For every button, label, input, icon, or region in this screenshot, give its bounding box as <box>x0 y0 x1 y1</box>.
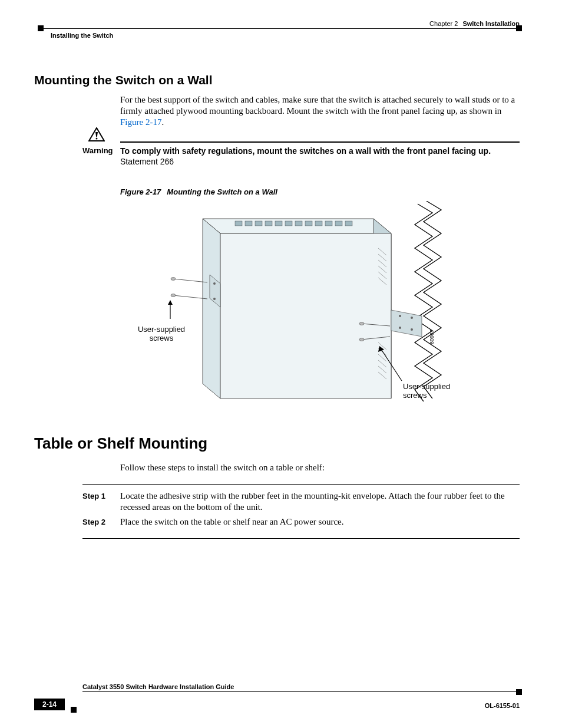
svg-rect-18 <box>345 221 352 226</box>
table-shelf-intro: Follow these steps to install the switch… <box>120 462 520 473</box>
svg-rect-10 <box>265 221 272 226</box>
corner-marker-icon <box>71 707 77 713</box>
svg-rect-8 <box>245 221 252 226</box>
warning-rule <box>120 141 520 143</box>
svg-point-31 <box>399 327 401 329</box>
figure-id: 60967 <box>429 330 435 344</box>
svg-rect-9 <box>255 221 262 226</box>
svg-point-20 <box>213 282 216 285</box>
corner-marker-icon <box>38 25 44 31</box>
svg-point-25 <box>171 294 176 297</box>
chapter-title: Switch Installation <box>462 20 520 27</box>
document-id: OL-6155-01 <box>485 702 520 709</box>
warning-block: Warning To comply with safety regulation… <box>82 141 520 166</box>
body-part2: . <box>161 117 164 127</box>
warning-text: To comply with safety regulations, mount… <box>120 146 491 156</box>
svg-point-30 <box>411 317 413 319</box>
step-text: Place the switch on the table or shelf n… <box>120 516 343 528</box>
figure-title: Mounting the Switch on a Wall <box>167 187 277 196</box>
svg-rect-7 <box>235 221 242 226</box>
svg-rect-17 <box>335 221 342 226</box>
figure-label-left: User-supplied screws <box>132 325 191 342</box>
svg-point-32 <box>411 328 413 331</box>
svg-point-29 <box>399 315 401 317</box>
svg-rect-12 <box>285 221 292 226</box>
svg-marker-28 <box>391 310 422 337</box>
corner-marker-icon <box>516 689 522 695</box>
step-label: Step 1 <box>82 490 120 513</box>
warning-label: Warning <box>82 146 120 155</box>
figure-reference-link[interactable]: Figure 2-17 <box>120 117 161 127</box>
chapter-prefix: Chapter 2 <box>429 20 458 27</box>
svg-marker-6 <box>220 233 391 398</box>
svg-point-36 <box>359 338 364 341</box>
page-header: Chapter 2Switch Installation Installing … <box>34 20 520 38</box>
svg-marker-1 <box>95 132 98 137</box>
svg-marker-3 <box>203 219 391 233</box>
figure-caption: Figure 2-17Mounting the Switch on a Wall <box>120 187 520 196</box>
step-label: Step 2 <box>82 516 120 528</box>
svg-rect-14 <box>305 221 312 226</box>
step-row: Step 2 Place the switch on the table or … <box>82 516 520 528</box>
warning-triangle-icon <box>88 127 105 141</box>
heading-table-shelf: Table or Shelf Mounting <box>34 434 520 453</box>
warning-statement: Statement 266 <box>120 157 520 166</box>
page-footer: Catalyst 3550 Switch Hardware Installati… <box>34 681 520 710</box>
chapter-label: Chapter 2Switch Installation <box>429 20 520 27</box>
steps-bottom-rule <box>82 538 520 539</box>
step-row: Step 1 Locate the adhesive strip with th… <box>82 490 520 513</box>
svg-marker-27 <box>168 300 173 305</box>
figure-number: Figure 2-17 <box>120 187 161 196</box>
header-rule <box>41 28 520 29</box>
svg-point-21 <box>213 298 216 300</box>
switch-wall-mount-diagram-icon <box>120 201 450 413</box>
figure-illustration: User-supplied screws User-supplied screw… <box>120 201 450 413</box>
heading-wall-mount: Mounting the Switch on a Wall <box>34 73 520 87</box>
svg-rect-15 <box>315 221 322 226</box>
section-label: Installing the Switch <box>51 32 113 39</box>
footer-guide-title: Catalyst 3550 Switch Hardware Installati… <box>82 683 234 690</box>
figure-label-right: User-supplied screws <box>403 382 462 400</box>
steps-top-rule <box>82 484 520 485</box>
svg-rect-11 <box>275 221 282 226</box>
svg-point-23 <box>171 277 176 280</box>
body-part1: For the best support of the switch and c… <box>120 95 515 116</box>
footer-rule <box>82 691 520 692</box>
svg-marker-4 <box>203 219 220 398</box>
step-text: Locate the adhesive strip with the rubbe… <box>120 490 520 513</box>
svg-rect-13 <box>295 221 302 226</box>
svg-line-24 <box>173 295 207 299</box>
svg-point-2 <box>96 137 98 139</box>
page-number: 2-14 <box>34 699 65 710</box>
svg-line-22 <box>173 279 207 282</box>
svg-rect-16 <box>325 221 332 226</box>
svg-point-34 <box>359 322 364 325</box>
wall-mount-body: For the best support of the switch and c… <box>120 94 520 129</box>
